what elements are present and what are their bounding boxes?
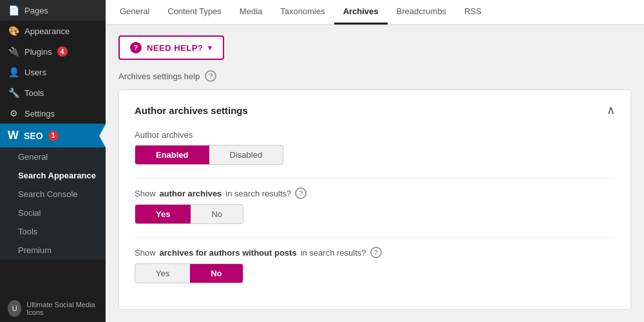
- author-archives-toggle: Enabled Disabled: [135, 145, 283, 165]
- seo-badge: 1: [48, 131, 59, 141]
- need-help-button[interactable]: ? NEED HELP? ▾: [118, 35, 224, 60]
- collapse-button[interactable]: ∧: [607, 103, 615, 117]
- main-content: General Content Types Media Taxonomies A…: [106, 0, 644, 322]
- chevron-down-icon: ▾: [208, 44, 213, 52]
- author-archives-enabled-btn[interactable]: Enabled: [135, 146, 209, 164]
- show-author-archives-no-btn[interactable]: No: [191, 205, 243, 223]
- plugins-icon: 🔌: [8, 46, 19, 57]
- divider-2: [135, 237, 615, 238]
- sidebar-item-pages[interactable]: 📄 Pages: [0, 0, 106, 21]
- show-author-archives-label: Show author archives in search results? …: [135, 187, 615, 199]
- author-archives-disabled-btn[interactable]: Disabled: [209, 146, 283, 164]
- sidebar-sub-item-general[interactable]: General: [0, 147, 106, 166]
- plugins-badge: 4: [57, 46, 68, 57]
- settings-icon: ⚙: [8, 108, 19, 118]
- tab-breadcrumbs[interactable]: Breadcrumbs: [388, 0, 455, 24]
- pages-icon: 📄: [8, 5, 19, 15]
- archives-help-icon[interactable]: ?: [205, 70, 216, 82]
- sidebar-sub-item-tools[interactable]: Tools: [0, 222, 106, 241]
- sidebar-item-appearance[interactable]: 🎨 Appearance: [0, 21, 106, 41]
- appearance-icon: 🎨: [8, 26, 19, 36]
- archives-help-label: Archives settings help: [118, 71, 200, 81]
- card-header: Author archives settings ∧: [135, 103, 615, 117]
- tabs-bar: General Content Types Media Taxonomies A…: [106, 0, 644, 25]
- seo-logo-icon: W: [8, 129, 19, 142]
- sidebar-item-seo[interactable]: W SEO 1: [0, 124, 106, 147]
- show-archives-no-posts-label: Show archives for authors without posts …: [135, 247, 615, 258]
- sidebar-item-users[interactable]: 👤 Users: [0, 62, 106, 82]
- avatar: U: [8, 300, 21, 317]
- tab-taxonomies[interactable]: Taxonomies: [271, 0, 334, 24]
- sidebar: 📄 Pages 🎨 Appearance 🔌 Plugins 4 👤 Users…: [0, 0, 106, 322]
- show-author-archives-field: Show author archives in search results? …: [135, 187, 615, 224]
- show-author-archives-help-icon[interactable]: ?: [295, 187, 307, 199]
- tab-rss[interactable]: RSS: [455, 0, 491, 24]
- sidebar-item-settings[interactable]: ⚙ Settings: [0, 103, 106, 124]
- tab-general[interactable]: General: [111, 0, 158, 24]
- show-author-archives-toggle: Yes No: [135, 204, 243, 224]
- show-archives-no-posts-toggle: Yes No: [135, 263, 243, 283]
- sidebar-sub-item-premium[interactable]: Premium: [0, 241, 106, 260]
- show-archives-no-posts-yes-btn[interactable]: Yes: [135, 264, 190, 283]
- sidebar-sub-item-search-appearance[interactable]: Search Appearance: [0, 166, 106, 185]
- sidebar-item-tools[interactable]: 🔧 Tools: [0, 82, 106, 103]
- tab-content-types[interactable]: Content Types: [158, 0, 231, 24]
- show-archives-no-posts-help-icon[interactable]: ?: [370, 247, 382, 258]
- author-archives-field: Author archives Enabled Disabled: [135, 130, 615, 165]
- tab-media[interactable]: Media: [231, 0, 271, 24]
- archives-help-row: Archives settings help ?: [118, 70, 631, 82]
- show-archives-no-posts-no-btn[interactable]: No: [190, 264, 242, 283]
- question-icon: ?: [130, 42, 142, 53]
- sidebar-bottom: U Ultimate Social Media Icons: [0, 295, 106, 322]
- sidebar-sub-item-social[interactable]: Social: [0, 204, 106, 222]
- seo-arrow: [99, 124, 106, 147]
- seo-submenu: General Search Appearance Search Console…: [0, 147, 106, 260]
- show-author-archives-yes-btn[interactable]: Yes: [135, 205, 191, 223]
- users-icon: 👤: [8, 67, 19, 77]
- sidebar-item-plugins[interactable]: 🔌 Plugins 4: [0, 41, 106, 62]
- author-archives-card: Author archives settings ∧ Author archiv…: [118, 90, 631, 310]
- content-area: ? NEED HELP? ▾ Archives settings help ? …: [106, 25, 644, 322]
- sidebar-sub-item-search-console[interactable]: Search Console: [0, 185, 106, 204]
- show-archives-no-posts-field: Show archives for authors without posts …: [135, 247, 615, 283]
- author-archives-label: Author archives: [135, 130, 615, 140]
- card-title: Author archives settings: [135, 105, 248, 116]
- divider-1: [135, 178, 615, 178]
- tab-archives[interactable]: Archives: [334, 0, 388, 24]
- tools-icon: 🔧: [8, 88, 19, 98]
